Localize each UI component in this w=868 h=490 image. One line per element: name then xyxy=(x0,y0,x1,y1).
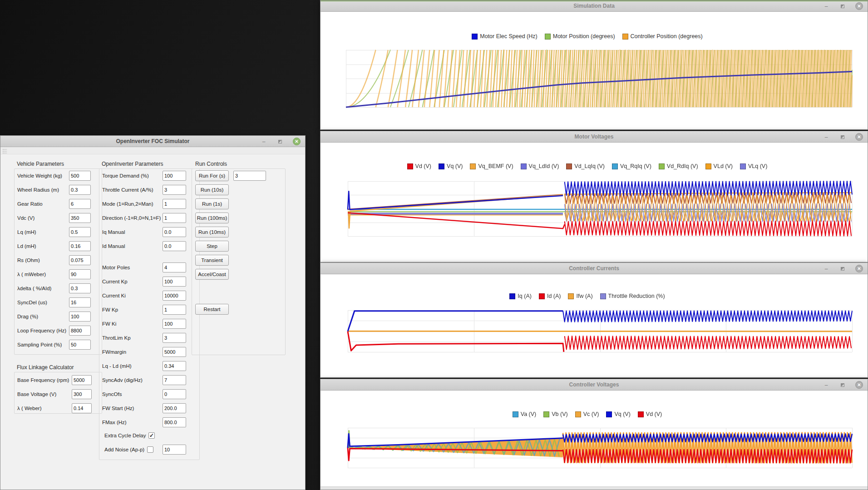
form-row: Iq Manual xyxy=(102,227,125,237)
run-button[interactable]: Run (10ms) xyxy=(195,227,229,238)
field-input[interactable] xyxy=(69,297,91,307)
window-buttons: – ✕ xyxy=(260,136,301,147)
field-input[interactable] xyxy=(163,305,186,315)
field-label: Lq (mH) xyxy=(17,229,36,235)
toolbar-grip[interactable] xyxy=(0,148,305,154)
checkbox[interactable] xyxy=(147,446,153,453)
field-input[interactable] xyxy=(69,213,91,223)
minimize-icon[interactable]: – xyxy=(823,381,830,389)
field-input[interactable] xyxy=(69,255,91,265)
field-label: Vdc (V) xyxy=(17,215,35,221)
field-input[interactable] xyxy=(163,171,186,181)
field-input[interactable] xyxy=(163,262,186,272)
field-input[interactable] xyxy=(163,199,186,209)
run-button[interactable]: Accel/Coast xyxy=(195,269,229,280)
restore-icon[interactable] xyxy=(839,381,846,389)
field-input[interactable] xyxy=(69,227,91,237)
field-input[interactable] xyxy=(163,445,186,455)
run-button[interactable]: Run (10s) xyxy=(195,184,229,195)
field-input[interactable] xyxy=(163,319,186,329)
form-row: λdelta ( %/AId) xyxy=(17,283,51,293)
form-row: Base Frequency (rpm) xyxy=(17,375,69,385)
run-button[interactable]: Run (100ms) xyxy=(195,213,229,223)
window-bottom-edge xyxy=(321,486,868,490)
field-input[interactable] xyxy=(163,227,186,237)
flux-calc-group: Base Frequency (rpm)Base Voltage (V)λ ( … xyxy=(14,372,102,414)
close-icon[interactable]: ✕ xyxy=(855,381,863,389)
form-row: Current Ki xyxy=(102,291,126,301)
run-button[interactable]: Run (1s) xyxy=(195,198,229,209)
chart-titlebar[interactable]: Simulation Data – ✕ xyxy=(321,0,868,12)
field-input[interactable] xyxy=(163,375,186,385)
field-input[interactable] xyxy=(69,171,91,181)
minimize-icon[interactable]: – xyxy=(260,138,267,145)
field-input[interactable] xyxy=(163,291,186,301)
field-input[interactable] xyxy=(163,213,186,223)
chart-window: Controller Currents – ✕ Iq (A)Id (A)Ifw … xyxy=(320,262,868,378)
chart-titlebar[interactable]: Controller Voltages – ✕ xyxy=(321,379,868,391)
field-input[interactable] xyxy=(163,185,186,195)
close-icon[interactable]: ✕ xyxy=(855,133,863,141)
field-input[interactable] xyxy=(163,241,186,251)
run-for-button[interactable]: Run For (s) xyxy=(195,170,229,181)
field-input[interactable] xyxy=(69,340,91,350)
form-row: ThrotLim Kp xyxy=(102,333,131,343)
run-button[interactable]: Transient xyxy=(195,255,229,266)
form-row: SyncAdv (dig/Hz) xyxy=(102,375,143,385)
chart-titlebar[interactable]: Motor Voltages – ✕ xyxy=(321,131,868,143)
field-input[interactable] xyxy=(72,403,92,413)
field-input[interactable] xyxy=(69,241,91,251)
minimize-icon[interactable]: – xyxy=(823,134,830,141)
restore-icon[interactable] xyxy=(839,265,846,272)
field-input[interactable] xyxy=(69,269,91,279)
restore-icon[interactable] xyxy=(276,138,284,145)
field-input[interactable] xyxy=(163,389,186,399)
restart-button[interactable]: Restart xyxy=(195,304,229,315)
chart-window-title: Simulation Data xyxy=(573,3,615,9)
form-row: λ ( mWeber) xyxy=(17,269,46,279)
field-input[interactable] xyxy=(163,361,186,371)
field-label: Id Manual xyxy=(102,243,125,249)
window-title: OpenInverter FOC Simulator xyxy=(116,138,189,144)
field-input[interactable] xyxy=(163,347,186,357)
form-row: Vdc (V) xyxy=(17,213,35,223)
field-input[interactable] xyxy=(69,326,91,336)
field-input[interactable] xyxy=(72,375,92,385)
form-row: λ ( Weber) xyxy=(17,403,41,413)
chart-canvas xyxy=(321,275,868,378)
form-row: FW Kp xyxy=(102,305,118,315)
field-label: FW Ki xyxy=(102,321,116,327)
field-input[interactable] xyxy=(163,403,186,413)
form-row: Lq - Ld (mH) xyxy=(102,361,132,371)
field-input[interactable] xyxy=(69,199,91,209)
field-input[interactable] xyxy=(163,417,186,427)
close-icon[interactable]: ✕ xyxy=(855,265,863,272)
close-icon[interactable]: ✕ xyxy=(855,2,863,10)
field-input[interactable] xyxy=(69,185,91,195)
chart-window: Simulation Data – ✕ Motor Elec Speed (Hz… xyxy=(320,0,868,130)
field-input[interactable] xyxy=(163,333,186,343)
run-for-seconds-input[interactable] xyxy=(233,171,266,181)
restore-icon[interactable] xyxy=(839,134,846,141)
minimize-icon[interactable]: – xyxy=(823,265,830,272)
window-buttons: – ✕ xyxy=(823,131,863,143)
field-input[interactable] xyxy=(69,283,91,293)
field-input[interactable] xyxy=(72,389,92,399)
field-label: SyncDel (us) xyxy=(17,300,47,305)
minimize-icon[interactable]: – xyxy=(823,3,830,10)
form-row: Direction (-1=R,0=N,1=F) xyxy=(102,213,161,223)
form-row: Drag (%) xyxy=(17,312,38,322)
close-icon[interactable]: ✕ xyxy=(293,138,301,145)
field-label: SyncOfs xyxy=(102,391,122,397)
window-buttons: – ✕ xyxy=(823,0,863,12)
checkbox[interactable]: ✓ xyxy=(148,432,155,439)
simulator-titlebar[interactable]: OpenInverter FOC Simulator – ✕ xyxy=(0,136,305,147)
restore-icon[interactable] xyxy=(839,3,846,10)
run-button[interactable]: Step xyxy=(195,241,229,252)
field-input[interactable] xyxy=(163,277,186,287)
chart-titlebar[interactable]: Controller Currents – ✕ xyxy=(321,263,868,274)
field-input[interactable] xyxy=(69,312,91,322)
run-controls-header: Run Controls xyxy=(195,161,227,167)
form-row: FWmargin xyxy=(102,347,126,357)
field-label: FW Kp xyxy=(102,307,118,312)
